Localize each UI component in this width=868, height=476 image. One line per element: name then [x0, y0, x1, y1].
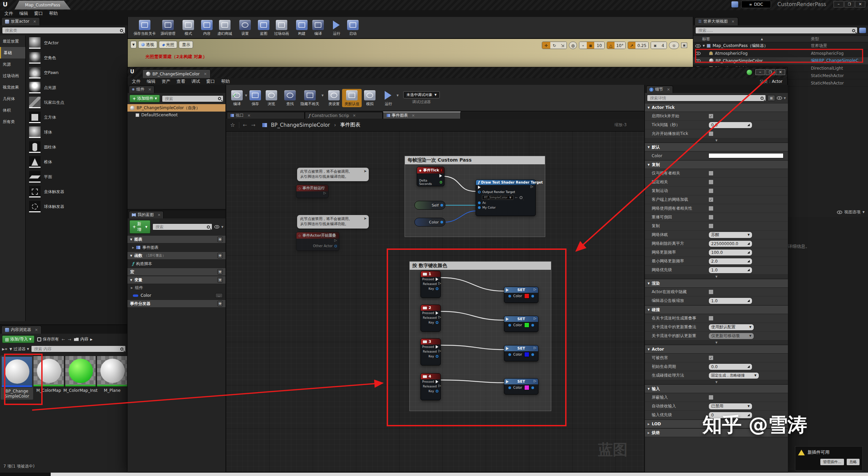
ignore-button[interactable]: 忽略 [847, 459, 860, 465]
close-icon[interactable]: × [35, 328, 38, 332]
bp-menu-help[interactable]: 帮助 [218, 78, 233, 85]
myblueprint-add-button[interactable]: +新增▼ [129, 220, 150, 234]
category-recent[interactable]: 最近放置 [0, 35, 25, 47]
checkbox[interactable] [708, 171, 714, 176]
add-component-button[interactable]: +添加组件▼ [129, 95, 160, 102]
event-actorbeginoverlap-node[interactable]: ◇事件Actor开始重叠 Other Actor [296, 232, 339, 251]
dropdown[interactable]: 已禁用▼ [708, 403, 752, 410]
add-function-button[interactable]: + [217, 253, 223, 258]
category-visual[interactable]: 视觉效果 [0, 81, 25, 93]
construction-script-row[interactable]: ƒ构造脚本 [127, 260, 225, 268]
menu-file[interactable]: 文件 [1, 10, 16, 17]
maximize-button[interactable]: ❐ [766, 69, 775, 75]
number-field[interactable]: 100.0 [708, 249, 752, 256]
launch-button[interactable]: 启动 [345, 19, 361, 37]
section-collision[interactable]: ▼碰撞 [645, 305, 788, 314]
blueprints-button[interactable]: 蓝图 [256, 19, 272, 37]
browse-button[interactable]: 浏览 [263, 89, 280, 107]
key-4-node[interactable]: 4 Pressed Released Key [420, 373, 441, 400]
variables-section[interactable]: ▼变量+ [127, 276, 225, 284]
expand-arrow-icon[interactable]: ▼ [703, 44, 705, 47]
key-pin[interactable] [436, 390, 438, 392]
checkbox[interactable] [708, 395, 714, 400]
close-icon[interactable]: × [731, 19, 734, 24]
outliner-row[interactable]: ▼Map_CustomPass（编辑器）世界场景 [693, 42, 868, 50]
key-pin[interactable] [436, 355, 438, 358]
section-input[interactable]: ▼输入 [645, 384, 788, 393]
set-color-node-green[interactable]: SET Color [504, 316, 538, 332]
rt-pin[interactable] [478, 191, 481, 193]
marketplace-button[interactable]: 虚幻商城 [215, 19, 235, 37]
breadcrumb-root[interactable]: BP_ChangeSimpleColor [271, 122, 330, 128]
checkbox[interactable] [708, 223, 714, 229]
pressed-pin[interactable] [436, 380, 438, 383]
pressed-pin[interactable] [436, 311, 438, 315]
bp-menu-view[interactable]: 查看 [173, 78, 188, 85]
hide-unrelated-button[interactable]: 隐藏不相关 [298, 89, 321, 107]
graphs-section[interactable]: ▼图表+ [127, 235, 225, 243]
place-item[interactable]: 椎体 [26, 154, 127, 169]
key-pin[interactable] [436, 321, 438, 324]
color-out-pin[interactable] [531, 386, 534, 389]
compile-button[interactable]: ✓编译 [229, 89, 245, 107]
checkbox[interactable] [708, 188, 714, 193]
move-tool-icon[interactable]: ✛ [542, 42, 550, 49]
category-volumes[interactable]: 体积 [0, 104, 25, 116]
color-in-pin[interactable] [508, 353, 511, 356]
compile-button[interactable]: 编译 [310, 19, 326, 37]
component-row-root[interactable]: DefaultSceneRoot [127, 112, 225, 118]
bp-menu-edit[interactable]: 编辑 [144, 78, 159, 85]
section-rendering[interactable]: ▼渲染 [645, 279, 788, 288]
scale-snap-icon[interactable]: ↗ [628, 42, 635, 49]
camera-speed-icon[interactable]: ▣ [651, 42, 659, 49]
cinematics-button[interactable]: 过场动画 [272, 19, 291, 37]
place-item[interactable]: 空Pawn [26, 65, 127, 80]
place-item[interactable]: 球体触发器 [26, 199, 127, 214]
outliner-search[interactable] [695, 27, 858, 34]
place-item[interactable]: 圆柱体 [26, 140, 127, 154]
number-field[interactable]: 1.0 [708, 298, 752, 304]
color-swatch[interactable] [524, 323, 529, 328]
pin-icon[interactable]: ➤ [364, 216, 367, 221]
close-icon[interactable]: × [33, 19, 36, 24]
play-button[interactable]: 运行 [329, 19, 345, 37]
set-color-node-magenta[interactable]: SET Color [504, 378, 538, 395]
sources-toggle-icon[interactable]: ▶≡ [2, 347, 7, 351]
view-options-button[interactable]: 视图选项▼ [837, 209, 865, 215]
place-item[interactable]: 立方体 [26, 110, 127, 125]
place-item[interactable]: 空角色 [26, 50, 127, 65]
dropdown[interactable]: 苏醒▼ [708, 232, 752, 238]
exec-out-pin[interactable] [531, 186, 533, 189]
tab-construction-script[interactable]: ƒConstruction Scrip× [305, 112, 383, 119]
bp-menu-debug[interactable]: 调试 [188, 78, 203, 85]
menu-help[interactable]: 帮助 [46, 10, 61, 17]
path-breadcrumb[interactable]: 内容▶ [74, 336, 93, 342]
class-settings-button[interactable]: 类设置 [326, 89, 342, 107]
expand-more-button[interactable]: ▼ [645, 340, 788, 345]
checkbox[interactable] [708, 355, 714, 360]
expand-more-button[interactable]: ▼ [645, 380, 788, 384]
angle-snap-value[interactable]: 10° [614, 42, 625, 49]
scale-tool-icon[interactable]: ⇲ [558, 42, 566, 49]
event-graph-canvas[interactable]: 每帧渲染一次 Custom Pass 按 数字键改颜色 此 [226, 132, 644, 472]
restore-button[interactable]: ❐ [844, 1, 854, 7]
color-variable-row[interactable]: Color◡ [127, 291, 225, 300]
rotate-tool-icon[interactable]: ↻ [550, 42, 558, 49]
section-actor-tick[interactable]: ▼Actor Tick [645, 103, 788, 112]
grid-snap-icon[interactable]: ▦ [587, 42, 594, 49]
checkbox[interactable] [708, 131, 714, 136]
float-pin[interactable] [440, 181, 442, 184]
asset-search-input[interactable] [33, 346, 120, 352]
color-in-pin[interactable] [508, 324, 511, 327]
number-field[interactable]: 1.0 [708, 267, 752, 273]
place-item[interactable]: 盒体触发器 [26, 184, 127, 199]
grid-snap-value[interactable]: 10 [594, 42, 604, 49]
set-color-node-red[interactable]: SET Color [504, 287, 538, 303]
filters-button[interactable]: ▼过滤器▼ [9, 346, 29, 352]
key-pin[interactable] [436, 287, 438, 290]
exec-out-pin[interactable] [439, 174, 442, 177]
details-search[interactable] [647, 95, 766, 101]
category-lights[interactable]: 光源 [0, 58, 25, 70]
color-bar[interactable] [708, 153, 783, 158]
asset-item[interactable]: M_ColorMap_Inst [64, 356, 97, 400]
